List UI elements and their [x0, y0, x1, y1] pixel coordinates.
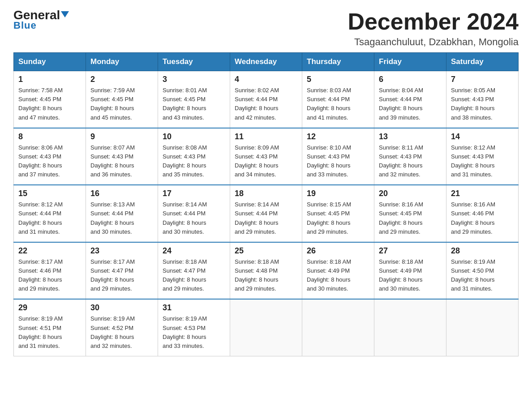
page-header: General Blue December 2024 Tsagaanchuluu…: [13, 9, 519, 48]
day-info: Sunrise: 8:09 AMSunset: 4:43 PMDaylight:…: [235, 143, 297, 180]
calendar-cell: 25Sunrise: 8:18 AMSunset: 4:48 PMDayligh…: [230, 242, 302, 300]
calendar-cell: 31Sunrise: 8:19 AMSunset: 4:53 PMDayligh…: [158, 299, 230, 356]
calendar-week-row: 15Sunrise: 8:12 AMSunset: 4:44 PMDayligh…: [14, 185, 519, 242]
day-number: 26: [307, 246, 369, 256]
day-info: Sunrise: 8:18 AMSunset: 4:48 PMDaylight:…: [235, 257, 297, 294]
calendar-cell: 2Sunrise: 7:59 AMSunset: 4:45 PMDaylight…: [86, 71, 158, 128]
calendar-cell: 1Sunrise: 7:58 AMSunset: 4:45 PMDaylight…: [14, 71, 86, 128]
calendar-cell: 16Sunrise: 8:13 AMSunset: 4:44 PMDayligh…: [86, 185, 158, 242]
day-info: Sunrise: 8:14 AMSunset: 4:44 PMDaylight:…: [235, 200, 297, 236]
day-info: Sunrise: 7:59 AMSunset: 4:45 PMDaylight:…: [90, 86, 153, 122]
calendar-cell: 4Sunrise: 8:02 AMSunset: 4:44 PMDaylight…: [230, 71, 302, 128]
calendar-cell: 18Sunrise: 8:14 AMSunset: 4:44 PMDayligh…: [230, 185, 302, 242]
day-header-saturday: Saturday: [446, 53, 519, 71]
day-number: 17: [163, 189, 225, 198]
calendar-cell: [446, 299, 519, 356]
day-number: 5: [307, 75, 369, 84]
day-info: Sunrise: 8:19 AMSunset: 4:50 PMDaylight:…: [451, 257, 514, 294]
calendar-cell: 23Sunrise: 8:17 AMSunset: 4:47 PMDayligh…: [86, 242, 158, 300]
day-info: Sunrise: 8:06 AMSunset: 4:43 PMDaylight:…: [18, 143, 81, 180]
day-info: Sunrise: 8:17 AMSunset: 4:47 PMDaylight:…: [90, 257, 153, 294]
logo-triangle-icon: [61, 11, 69, 17]
day-number: 22: [18, 246, 81, 256]
day-number: 27: [379, 246, 442, 256]
calendar-cell: 7Sunrise: 8:05 AMSunset: 4:43 PMDaylight…: [446, 71, 519, 128]
calendar-cell: 28Sunrise: 8:19 AMSunset: 4:50 PMDayligh…: [446, 242, 519, 300]
day-header-monday: Monday: [86, 53, 158, 71]
day-number: 19: [307, 189, 369, 198]
calendar-cell: [302, 299, 374, 356]
calendar-cell: 10Sunrise: 8:08 AMSunset: 4:43 PMDayligh…: [158, 128, 230, 185]
page-subtitle: Tsagaanchuluut, Dzabkhan, Mongolia: [348, 36, 519, 48]
day-number: 20: [379, 189, 442, 198]
day-number: 21: [451, 189, 514, 198]
calendar-cell: 6Sunrise: 8:04 AMSunset: 4:44 PMDaylight…: [374, 71, 446, 128]
day-header-tuesday: Tuesday: [158, 53, 230, 71]
day-number: 3: [163, 75, 225, 84]
calendar-cell: 17Sunrise: 8:14 AMSunset: 4:44 PMDayligh…: [158, 185, 230, 242]
calendar-cell: 9Sunrise: 8:07 AMSunset: 4:43 PMDaylight…: [86, 128, 158, 185]
calendar-week-row: 8Sunrise: 8:06 AMSunset: 4:43 PMDaylight…: [14, 128, 519, 185]
day-number: 4: [235, 75, 297, 84]
day-info: Sunrise: 8:02 AMSunset: 4:44 PMDaylight:…: [235, 86, 297, 122]
day-header-friday: Friday: [374, 53, 446, 71]
day-info: Sunrise: 8:13 AMSunset: 4:44 PMDaylight:…: [90, 200, 153, 236]
day-info: Sunrise: 8:18 AMSunset: 4:49 PMDaylight:…: [379, 257, 442, 294]
calendar-cell: 11Sunrise: 8:09 AMSunset: 4:43 PMDayligh…: [230, 128, 302, 185]
day-info: Sunrise: 7:58 AMSunset: 4:45 PMDaylight:…: [18, 86, 81, 122]
day-info: Sunrise: 8:12 AMSunset: 4:43 PMDaylight:…: [451, 143, 514, 180]
day-info: Sunrise: 8:18 AMSunset: 4:47 PMDaylight:…: [163, 257, 225, 294]
calendar-cell: 27Sunrise: 8:18 AMSunset: 4:49 PMDayligh…: [374, 242, 446, 300]
title-area: December 2024 Tsagaanchuluut, Dzabkhan, …: [348, 9, 519, 48]
calendar-cell: 21Sunrise: 8:16 AMSunset: 4:46 PMDayligh…: [446, 185, 519, 242]
day-info: Sunrise: 8:15 AMSunset: 4:45 PMDaylight:…: [307, 200, 369, 236]
day-number: 9: [90, 132, 153, 141]
calendar-cell: 5Sunrise: 8:03 AMSunset: 4:44 PMDaylight…: [302, 71, 374, 128]
day-number: 29: [18, 303, 81, 313]
calendar-header-row: SundayMondayTuesdayWednesdayThursdayFrid…: [14, 53, 519, 71]
day-info: Sunrise: 8:17 AMSunset: 4:46 PMDaylight:…: [18, 257, 81, 294]
day-info: Sunrise: 8:07 AMSunset: 4:43 PMDaylight:…: [90, 143, 153, 180]
logo: General Blue: [13, 9, 69, 31]
day-number: 11: [235, 132, 297, 141]
day-number: 13: [379, 132, 442, 141]
day-info: Sunrise: 8:19 AMSunset: 4:52 PMDaylight:…: [90, 314, 153, 351]
day-number: 7: [451, 75, 514, 84]
calendar-cell: 26Sunrise: 8:18 AMSunset: 4:49 PMDayligh…: [302, 242, 374, 300]
calendar-cell: [230, 299, 302, 356]
calendar-week-row: 29Sunrise: 8:19 AMSunset: 4:51 PMDayligh…: [14, 299, 519, 356]
day-number: 24: [163, 246, 225, 256]
day-number: 16: [90, 189, 153, 198]
calendar-cell: 22Sunrise: 8:17 AMSunset: 4:46 PMDayligh…: [14, 242, 86, 300]
day-number: 14: [451, 132, 514, 141]
day-number: 10: [163, 132, 225, 141]
day-number: 28: [451, 246, 514, 256]
calendar-cell: 13Sunrise: 8:11 AMSunset: 4:43 PMDayligh…: [374, 128, 446, 185]
day-number: 2: [90, 75, 153, 84]
day-info: Sunrise: 8:03 AMSunset: 4:44 PMDaylight:…: [307, 86, 369, 122]
calendar-cell: 3Sunrise: 8:01 AMSunset: 4:45 PMDaylight…: [158, 71, 230, 128]
day-info: Sunrise: 8:10 AMSunset: 4:43 PMDaylight:…: [307, 143, 369, 180]
calendar-cell: 12Sunrise: 8:10 AMSunset: 4:43 PMDayligh…: [302, 128, 374, 185]
day-info: Sunrise: 8:19 AMSunset: 4:53 PMDaylight:…: [163, 314, 225, 351]
day-number: 30: [90, 303, 153, 313]
day-info: Sunrise: 8:19 AMSunset: 4:51 PMDaylight:…: [18, 314, 81, 351]
calendar-cell: 29Sunrise: 8:19 AMSunset: 4:51 PMDayligh…: [14, 299, 86, 356]
day-info: Sunrise: 8:01 AMSunset: 4:45 PMDaylight:…: [163, 86, 225, 122]
page-title: December 2024: [348, 9, 519, 34]
day-number: 31: [163, 303, 225, 313]
calendar-week-row: 22Sunrise: 8:17 AMSunset: 4:46 PMDayligh…: [14, 242, 519, 300]
day-info: Sunrise: 8:08 AMSunset: 4:43 PMDaylight:…: [163, 143, 225, 180]
calendar-cell: 20Sunrise: 8:16 AMSunset: 4:45 PMDayligh…: [374, 185, 446, 242]
calendar-week-row: 1Sunrise: 7:58 AMSunset: 4:45 PMDaylight…: [14, 71, 519, 128]
calendar-cell: [374, 299, 446, 356]
day-info: Sunrise: 8:16 AMSunset: 4:46 PMDaylight:…: [451, 200, 514, 236]
day-number: 25: [235, 246, 297, 256]
calendar-cell: 19Sunrise: 8:15 AMSunset: 4:45 PMDayligh…: [302, 185, 374, 242]
day-number: 15: [18, 189, 81, 198]
day-info: Sunrise: 8:05 AMSunset: 4:43 PMDaylight:…: [451, 86, 514, 122]
day-number: 1: [18, 75, 81, 84]
day-header-sunday: Sunday: [14, 53, 86, 71]
day-info: Sunrise: 8:18 AMSunset: 4:49 PMDaylight:…: [307, 257, 369, 294]
calendar-cell: 15Sunrise: 8:12 AMSunset: 4:44 PMDayligh…: [14, 185, 86, 242]
